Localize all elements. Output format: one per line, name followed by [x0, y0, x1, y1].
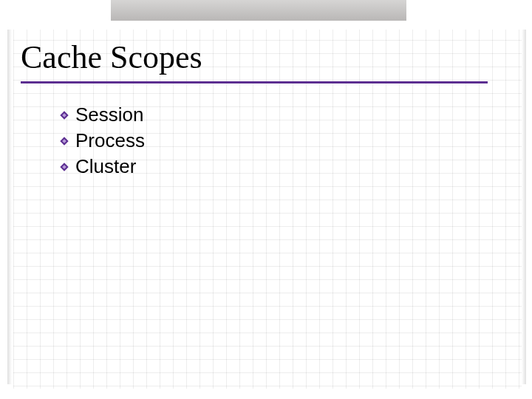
list-item: Cluster [59, 155, 145, 178]
diamond-bullet-icon [59, 110, 69, 120]
left-edge-shadow [7, 30, 12, 384]
bullet-list: Session Process Cluster [59, 103, 145, 178]
list-item-label: Session [75, 103, 144, 126]
slide-title: Cache Scopes [21, 38, 202, 76]
diamond-bullet-icon [59, 162, 69, 172]
title-underline [21, 81, 488, 83]
top-decorative-bar [111, 0, 406, 21]
list-item-label: Cluster [75, 155, 136, 178]
list-item-label: Process [75, 129, 145, 152]
right-edge-shadow [522, 30, 526, 384]
list-item: Session [59, 103, 145, 126]
list-item: Process [59, 129, 145, 152]
slide: Cache Scopes Session Process [0, 0, 532, 399]
diamond-bullet-icon [59, 136, 69, 146]
